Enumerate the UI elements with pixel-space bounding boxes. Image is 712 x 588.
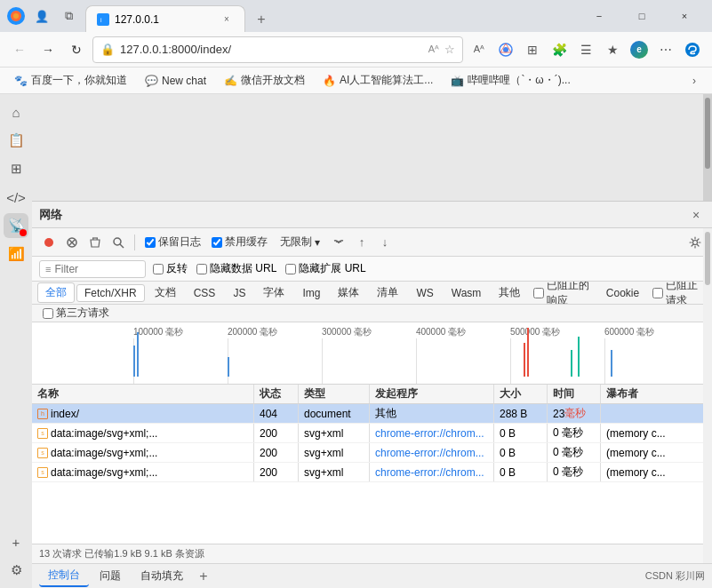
address-bar[interactable]: 🔒 127.0.0.1:8000/index/ Aᴬ ☆ <box>92 36 463 63</box>
edge-icon[interactable] <box>680 37 705 62</box>
chrome-icon[interactable] <box>493 37 518 62</box>
bottom-tab-autofill[interactable]: 自动填充 <box>132 566 192 586</box>
active-tab[interactable]: i 127.0.0.1 × <box>85 5 245 32</box>
col-name[interactable]: 名称 <box>32 385 254 403</box>
throttle-dropdown[interactable]: 无限制 ▾ <box>275 233 325 251</box>
col-type[interactable]: 类型 <box>299 385 370 403</box>
cancel-button[interactable] <box>62 233 82 252</box>
collections-button[interactable]: ☰ <box>573 37 598 62</box>
search-button[interactable] <box>108 233 128 252</box>
clear-button[interactable] <box>85 233 105 252</box>
tab-close-button[interactable]: × <box>220 12 234 27</box>
close-button[interactable]: × <box>664 3 705 29</box>
filter-tab-font[interactable]: 字体 <box>255 282 292 303</box>
bookmark-wechat[interactable]: ✍️ 微信开放文档 <box>217 71 312 90</box>
disable-cache-checkbox[interactable] <box>212 237 222 248</box>
back-button[interactable]: ← <box>7 37 32 62</box>
record-button[interactable] <box>39 233 59 252</box>
filter-tab-css[interactable]: CSS <box>186 284 224 302</box>
hide-data-urls-group[interactable]: 隐藏数据 URL <box>196 261 276 276</box>
filter-tab-img[interactable]: Img <box>294 284 328 302</box>
col-size[interactable]: 大小 <box>494 385 548 403</box>
bottom-tab-issues[interactable]: 问题 <box>91 566 130 586</box>
col-status[interactable]: 状态 <box>254 385 299 403</box>
blocked-response-group[interactable]: 已阻止的响应 <box>533 282 596 305</box>
forward-button[interactable]: → <box>36 37 60 62</box>
hide-ext-urls-checkbox[interactable] <box>285 264 296 274</box>
filter-tab-manifest[interactable]: 清单 <box>369 282 406 303</box>
bookmark-bilibili[interactable]: 📺 哔哩哔哩（`・ω・´)... <box>444 71 577 90</box>
hide-data-urls-checkbox[interactable] <box>196 264 207 274</box>
sidebar-code-icon[interactable]: </> <box>4 185 28 210</box>
blocked-req-group[interactable]: 已阻止请求 <box>652 282 707 305</box>
bottom-add-button[interactable]: + <box>194 567 213 586</box>
bookmark-baidu[interactable]: 🐾 百度一下，你就知道 <box>7 71 134 90</box>
sidebar-grid-icon[interactable]: ⊞ <box>4 156 28 181</box>
third-party-group[interactable]: 第三方请求 <box>43 306 109 321</box>
more-button[interactable]: ⋯ <box>653 37 678 62</box>
preserve-log-group[interactable]: 保留日志 <box>145 234 201 250</box>
filter-tab-doc[interactable]: 文档 <box>147 282 184 303</box>
sidebar-network-icon[interactable]: 📡 <box>4 213 28 238</box>
col-time[interactable]: 时间 <box>548 385 601 403</box>
filter-tab-js[interactable]: JS <box>225 284 253 302</box>
filter-tab-cookie[interactable]: Cookie <box>598 284 647 302</box>
copilot-button[interactable]: e <box>627 37 652 62</box>
blocked-response-checkbox[interactable] <box>533 288 544 298</box>
sidebar-home-icon[interactable]: ⌂ <box>4 99 28 124</box>
wf-bar-7 <box>578 337 580 377</box>
filter-input[interactable] <box>54 263 134 275</box>
settings-gear-button[interactable] <box>685 233 705 252</box>
filter-tab-other[interactable]: 其他 <box>491 282 528 303</box>
devtools-close-button[interactable]: × <box>687 206 705 224</box>
sidebar-wifi-icon[interactable]: 📶 <box>4 242 28 266</box>
import-button[interactable]: ↑ <box>352 233 372 252</box>
third-party-checkbox[interactable] <box>43 308 53 319</box>
table-row[interactable]: h index/ 404 document 其他 288 B 23 毫秒 <box>32 404 712 424</box>
bookmark-ai[interactable]: 🔥 AI人工智能算法工... <box>316 71 440 90</box>
wf-label-300k: 300000 毫秒 <box>322 326 372 338</box>
main-vscroll-thumb[interactable] <box>705 98 710 169</box>
sidebar-bottom-icon[interactable]: ⚙ <box>4 558 28 583</box>
col-initiator[interactable]: 发起程序 <box>370 385 494 403</box>
hide-ext-urls-group[interactable]: 隐藏扩展 URL <box>285 261 365 276</box>
address-star-icon[interactable]: ☆ <box>444 43 455 56</box>
devtools-vscroll[interactable] <box>703 228 712 563</box>
main-content: ⌂ 📋 ⊞ </> 📡 📶 + ⚙ 网络 × <box>0 94 712 588</box>
bottom-tab-console[interactable]: 控制台 <box>39 565 89 587</box>
offline-button[interactable] <box>329 233 348 252</box>
blocked-req-checkbox[interactable] <box>652 288 663 298</box>
bookmark-newchat[interactable]: 💬 New chat <box>138 73 213 89</box>
preserve-log-checkbox[interactable] <box>145 237 156 248</box>
maximize-button[interactable]: □ <box>621 3 662 29</box>
filter-tab-wasm[interactable]: Wasm <box>444 284 490 302</box>
favorites-button[interactable]: ★ <box>600 37 625 62</box>
filter-tab-fetch-xhr[interactable]: Fetch/XHR <box>76 284 145 302</box>
export-button[interactable]: ↓ <box>375 233 395 252</box>
extensions-button[interactable]: 🧩 <box>547 37 572 62</box>
sidebar-toggle-button[interactable]: ⊞ <box>520 37 545 62</box>
minimize-button[interactable]: − <box>579 3 620 29</box>
invert-checkbox-group[interactable]: 反转 <box>153 261 188 276</box>
svg-point-5 <box>503 47 508 52</box>
table-row[interactable]: s data:image/svg+xml;... 200 svg+xml chr… <box>32 443 712 463</box>
filter-tab-all[interactable]: 全部 <box>37 282 75 303</box>
sidebar-files-icon[interactable]: 📋 <box>4 128 28 153</box>
reader-mode-button[interactable]: Aᴬ <box>467 37 492 62</box>
table-row[interactable]: s data:image/svg+xml;... 200 svg+xml chr… <box>32 463 712 482</box>
filter-options: 反转 隐藏数据 URL 隐藏扩展 URL <box>153 261 366 276</box>
col-waterfall[interactable]: 瀑布者 <box>601 385 712 403</box>
bookmarks-more-button[interactable]: › <box>684 70 705 91</box>
filter-input-wrap[interactable]: ≡ <box>39 260 146 278</box>
workspaces-icon[interactable]: ⧉ <box>59 6 78 26</box>
filter-tab-media[interactable]: 媒体 <box>330 282 367 303</box>
filter-tab-ws[interactable]: WS <box>408 284 441 302</box>
new-tab-button[interactable]: + <box>249 7 274 32</box>
table-row[interactable]: s data:image/svg+xml;... 200 svg+xml chr… <box>32 424 712 443</box>
profile-icon[interactable]: 👤 <box>32 6 52 26</box>
refresh-button[interactable]: ↻ <box>64 37 89 62</box>
devtools-vscroll-thumb[interactable] <box>705 232 710 285</box>
sidebar-add-icon[interactable]: + <box>4 529 28 554</box>
disable-cache-group[interactable]: 禁用缓存 <box>212 234 268 250</box>
invert-checkbox[interactable] <box>153 264 164 274</box>
